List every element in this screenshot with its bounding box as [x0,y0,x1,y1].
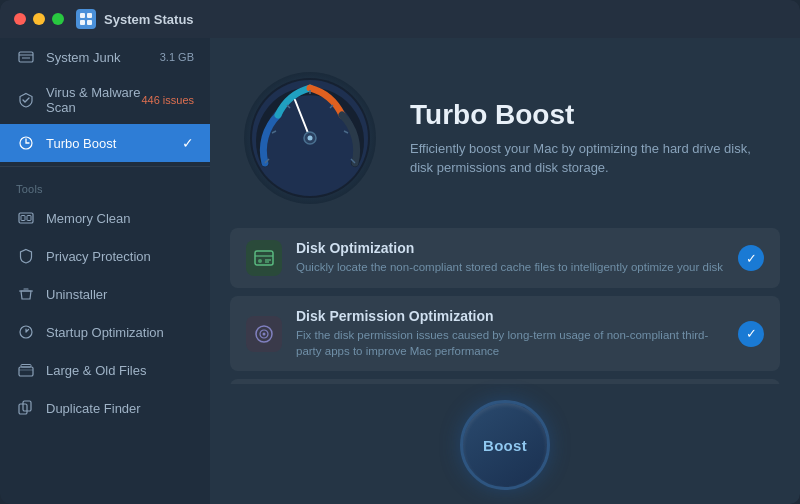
sidebar-item-large-old-files[interactable]: Large & Old Files [0,351,210,389]
startup-optimization-icon [16,322,36,342]
active-check-icon: ✓ [182,135,194,151]
startup-optimization-label: Startup Optimization [46,325,194,340]
privacy-protection-label: Privacy Protection [46,249,194,264]
large-old-files-icon [16,360,36,380]
sidebar-item-virus-scan[interactable]: Virus & Malware Scan 446 issues [0,76,210,124]
main-layout: System Junk 3.1 GB Virus & Malware Scan … [0,38,800,504]
svg-rect-12 [19,367,33,376]
disk-optimization-text: Disk Optimization Quickly locate the non… [296,240,724,275]
svg-rect-29 [255,251,273,265]
app-icon [76,9,96,29]
large-old-files-label: Large & Old Files [46,363,194,378]
uninstaller-icon [16,284,36,304]
content-area: Turbo Boost Efficiently boost your Mac b… [210,38,800,504]
virus-scan-label: Virus & Malware Scan [46,85,141,115]
disk-optimization-icon [246,240,282,276]
svg-rect-2 [80,20,85,25]
svg-rect-10 [27,216,31,221]
disk-optimization-title: Disk Optimization [296,240,724,256]
app-title: System Status [76,9,194,29]
svg-rect-13 [21,365,31,368]
virus-scan-icon [16,90,36,110]
title-bar: System Status [0,0,800,38]
sidebar-item-duplicate-finder[interactable]: Duplicate Finder [0,389,210,427]
sidebar: System Junk 3.1 GB Virus & Malware Scan … [0,38,210,504]
sidebar-item-privacy-protection[interactable]: Privacy Protection [0,237,210,275]
system-junk-icon [16,47,36,67]
duplicate-finder-label: Duplicate Finder [46,401,194,416]
sidebar-divider [0,166,210,167]
turbo-boost-label: Turbo Boost [46,136,178,151]
sidebar-item-startup-optimization[interactable]: Startup Optimization [0,313,210,351]
svg-point-31 [258,259,262,263]
svg-rect-1 [87,13,92,18]
svg-rect-4 [19,52,33,62]
svg-point-36 [263,332,266,335]
disk-permission-text: Disk Permission Optimization Fix the dis… [296,308,724,359]
turbo-boost-icon [16,133,36,153]
disk-permission-title: Disk Permission Optimization [296,308,724,324]
feature-list: Disk Optimization Quickly locate the non… [210,228,800,384]
maximize-button[interactable] [52,13,64,25]
turbo-gauge [240,68,380,208]
uninstaller-label: Uninstaller [46,287,194,302]
svg-rect-9 [21,216,25,221]
disk-permission-check: ✓ [738,321,764,347]
disk-optimization-check: ✓ [738,245,764,271]
svg-rect-0 [80,13,85,18]
sidebar-item-turbo-boost[interactable]: Turbo Boost ✓ [0,124,210,162]
title-text: System Status [104,12,194,27]
sidebar-item-memory-clean[interactable]: Memory Clean [0,199,210,237]
tools-section-label: Tools [0,171,210,199]
feature-card-disk-optimization: Disk Optimization Quickly locate the non… [230,228,780,288]
duplicate-finder-icon [16,398,36,418]
app-window: System Status System Junk 3.1 GB [0,0,800,504]
hero-description: Efficiently boost your Mac by optimizing… [410,139,760,178]
disk-permission-icon [246,316,282,352]
svg-rect-3 [87,20,92,25]
system-junk-label: System Junk [46,50,160,65]
boost-button[interactable]: Boost [460,400,550,490]
memory-clean-label: Memory Clean [46,211,194,226]
disk-optimization-desc: Quickly locate the non-compliant stored … [296,259,724,275]
sidebar-item-system-junk[interactable]: System Junk 3.1 GB [0,38,210,76]
hero-section: Turbo Boost Efficiently boost your Mac b… [210,38,800,228]
virus-scan-badge: 446 issues [141,94,194,106]
feature-card-disk-permission: Disk Permission Optimization Fix the dis… [230,296,780,371]
privacy-protection-icon [16,246,36,266]
hero-title: Turbo Boost [410,99,760,131]
hero-text: Turbo Boost Efficiently boost your Mac b… [410,99,760,178]
traffic-lights [14,13,64,25]
minimize-button[interactable] [33,13,45,25]
disk-permission-desc: Fix the disk permission issues caused by… [296,327,724,359]
boost-section: Boost [210,384,800,504]
close-button[interactable] [14,13,26,25]
svg-point-28 [308,136,313,141]
sidebar-item-uninstaller[interactable]: Uninstaller [0,275,210,313]
memory-clean-icon [16,208,36,228]
system-junk-badge: 3.1 GB [160,51,194,63]
